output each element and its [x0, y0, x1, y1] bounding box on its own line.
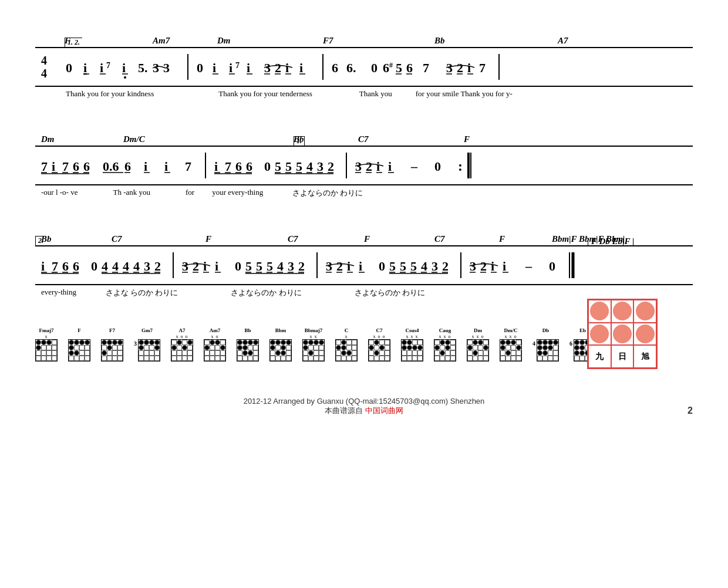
- diag-markers-Fmaj7: x: [45, 334, 48, 339]
- svg-text:0.6: 0.6: [103, 159, 119, 174]
- svg-text:7: 7: [41, 159, 48, 174]
- score-line-2: Dm Dm/C Bb C7 F 1. 7 i 7 6: [35, 128, 693, 198]
- lyric-seg-3-1: every-thing: [41, 288, 76, 298]
- svg-text:i: i: [41, 259, 45, 273]
- logo-area: 九 日 旭: [587, 299, 658, 369]
- svg-text:4: 4: [41, 67, 47, 80]
- logo-cell-6: [633, 323, 656, 346]
- chord-DmC: Dm/C: [123, 134, 145, 144]
- lyric-seg-2-5: さよならのか わりに: [292, 188, 363, 198]
- diag-markers-C7: x o o: [373, 334, 386, 339]
- svg-text:5: 5: [296, 159, 302, 174]
- svg-text:i: i: [376, 159, 380, 174]
- svg-text:i: i: [100, 60, 103, 75]
- svg-text:4: 4: [421, 259, 427, 273]
- svg-text:4: 4: [133, 259, 140, 273]
- logo-circle-6: [636, 325, 655, 343]
- diag-name-Csus4: Csus4: [405, 327, 419, 333]
- diag-markers-Bbm: [280, 334, 282, 339]
- diag-name-F: F: [77, 327, 81, 333]
- svg-text:6: 6: [73, 259, 79, 273]
- svg-text:i: i: [144, 159, 147, 174]
- logo-circle-1: [590, 302, 609, 320]
- diagram-A7: A7 x o o: [171, 327, 193, 361]
- diag-markers-Gm7: [146, 334, 148, 339]
- footer-source-site: 中国词曲网: [365, 406, 403, 415]
- lyric-seg-2-2: Th -ank you: [113, 188, 150, 198]
- footer: 2012-12 Arranged by Guanxu (QQ-mail:1524…: [35, 397, 693, 416]
- svg-text:i: i: [299, 60, 303, 75]
- svg-text:6: 6: [124, 159, 131, 174]
- svg-text:2: 2: [480, 259, 487, 273]
- lyrics-3: every-thing さよな らのか わりに さよならのか わりに さよならの…: [35, 288, 693, 298]
- svg-text:5: 5: [400, 259, 406, 273]
- svg-text:5: 5: [389, 259, 396, 273]
- svg-text:i: i: [215, 259, 218, 273]
- lyrics-1: Thank you for your kindness Thank you fo…: [35, 89, 693, 99]
- svg-text:5: 5: [275, 159, 281, 174]
- diagram-Am7: Am7 x o: [204, 327, 226, 361]
- volta-1-2: 1. 2.: [65, 38, 82, 47]
- diag-name-Gm7: Gm7: [141, 327, 153, 333]
- notation-svg-1: 4 4 0 i i 7 i: [35, 52, 693, 82]
- lyric-segment-1: Thank you for your kindness: [66, 89, 154, 99]
- svg-text:5: 5: [245, 259, 252, 273]
- diag-markers-Bb: [247, 334, 249, 339]
- page-number: 2: [687, 405, 693, 416]
- lyrics-2: -our l -o- ve Th -ank you for your every…: [35, 188, 693, 198]
- svg-text:2: 2: [298, 259, 305, 273]
- svg-text:6: 6: [235, 159, 242, 174]
- diag-name-C7: C7: [376, 327, 383, 333]
- chord-C7-3: C7: [112, 234, 122, 244]
- notation-svg-2: 7 i 7 6 6 0.6 6: [35, 150, 693, 181]
- lyric-segment-2: Thank you for your tenderness: [218, 89, 312, 99]
- diag-markers-DmC: x x o: [505, 334, 517, 339]
- svg-text:i: i: [503, 259, 506, 273]
- svg-text:0: 0: [371, 60, 378, 75]
- svg-text:5: 5: [285, 159, 292, 174]
- diag-markers-A7: x o o: [176, 334, 188, 339]
- svg-text:i: i: [214, 159, 218, 174]
- logo-cell-5: [611, 323, 634, 346]
- diag-name-F7: F7: [109, 327, 115, 333]
- svg-text:0: 0: [379, 259, 385, 273]
- diagram-Fmaj7: Fmaj7 x: [35, 327, 58, 361]
- lyric-seg-2-4: your every-thing: [212, 188, 263, 198]
- diagram-Bb: Bb: [237, 327, 259, 361]
- svg-text:i: i: [229, 60, 232, 75]
- svg-point-10: [124, 76, 126, 79]
- diag-markers-Db: [545, 334, 547, 339]
- svg-text:6: 6: [83, 159, 90, 174]
- svg-text:0: 0: [235, 259, 241, 273]
- diag-markers-C: x: [345, 334, 348, 339]
- svg-text:6: 6: [246, 159, 252, 174]
- diagram-F: F: [68, 327, 90, 361]
- chord-Am7: Am7: [153, 36, 170, 46]
- svg-text:7: 7: [423, 60, 429, 75]
- diag-name-Db: Db: [542, 327, 550, 333]
- diag-name-Bbmaj7: Bbmaj7: [305, 327, 323, 333]
- diag-name-Eb: Eb: [579, 327, 586, 333]
- logo-circle-4: [590, 325, 609, 343]
- svg-text:#: #: [389, 61, 393, 69]
- notation-box-1: 1. 2. 4 4 0 i i 7: [35, 47, 693, 87]
- svg-text:2: 2: [193, 259, 199, 273]
- diagram-Db: Db 4: [532, 327, 559, 361]
- chord-Dm-2: Dm: [41, 134, 55, 144]
- svg-text:7: 7: [235, 61, 240, 70]
- lyric-seg-3-4: さよならのか わりに: [355, 288, 425, 298]
- svg-text:2: 2: [336, 259, 343, 273]
- page: F Am7 Dm F7 Bb A7 1. 2. 4 4 0: [0, 0, 728, 588]
- logo-cell-2: [611, 300, 634, 323]
- diagram-Dm-diag: Dm x x o: [467, 327, 489, 361]
- diagram-F7: F7: [101, 327, 123, 361]
- svg-text:2: 2: [366, 159, 372, 174]
- svg-text:i: i: [203, 259, 207, 273]
- chord-C7-2: C7: [358, 134, 369, 144]
- svg-text:3: 3: [317, 159, 323, 174]
- diagram-C: C x: [335, 327, 358, 361]
- lyric-seg-2-1: -our l -o- ve: [41, 188, 77, 198]
- lyric-segment-4: for your smile Thank you for y-: [416, 89, 513, 99]
- svg-text:4: 4: [306, 159, 313, 174]
- diagram-Gm7: Gm7 3: [134, 327, 160, 361]
